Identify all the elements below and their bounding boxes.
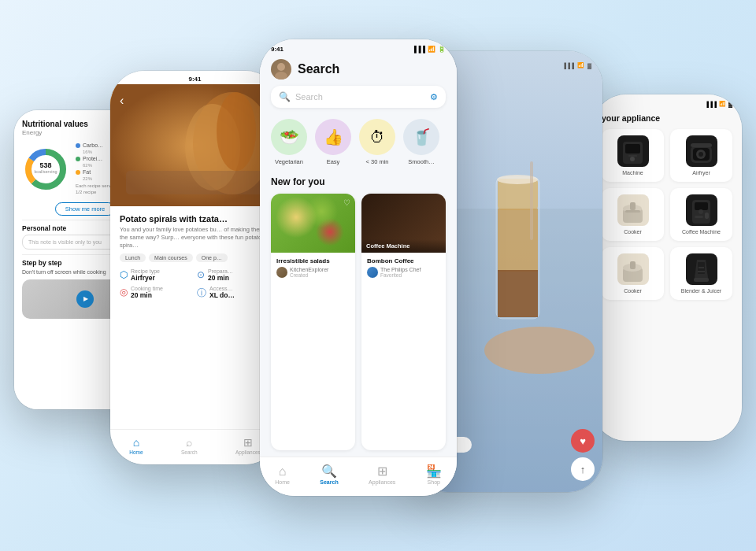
cooker-label: Cooker — [624, 229, 642, 235]
recipe-type-value: Airfryer — [131, 274, 160, 282]
access-label: Access… — [209, 286, 235, 291]
status-icons: ▐▐▐ 📶 🔋 — [412, 46, 446, 53]
status-bar: 9:41 — [110, 71, 280, 84]
home-label: Home — [275, 479, 290, 485]
status-bar: 9:41 ▐▐▐ 📶 🔋 — [260, 39, 457, 56]
category-30min[interactable]: ⏱ < 30 min — [359, 119, 395, 165]
machine-label: Machine — [622, 170, 643, 176]
status-bar: ▐▐▐ 📶 ▓ — [592, 94, 742, 109]
battery-icon: 🔋 — [438, 46, 446, 53]
svg-rect-31 — [691, 143, 712, 147]
search-label: Search — [181, 449, 198, 455]
svg-rect-20 — [498, 270, 538, 317]
appliance-cooker-2[interactable]: Cooker — [602, 247, 664, 300]
svg-point-12 — [277, 63, 285, 71]
nav-home[interactable]: ⌂ Home — [129, 436, 143, 455]
coffee-image: Coffee Machine — [361, 194, 446, 253]
salads-heart-icon[interactable]: ♡ — [343, 198, 350, 207]
appliance-airfryer[interactable]: Airfryer — [670, 129, 732, 182]
search-icon: 🔍 — [279, 91, 291, 102]
share-button[interactable]: ↑ — [571, 457, 595, 481]
tag-main-courses[interactable]: Main courses — [149, 253, 193, 262]
heart-button[interactable]: ♥ — [571, 429, 595, 453]
bottom-navigation: ⌂ Home 🔍 Search ⊞ Appliances 🏪 Shop — [260, 457, 457, 496]
category-smoothie[interactable]: 🥤 Smooth… — [403, 119, 439, 165]
nav-appliances[interactable]: ⊞ Appliances — [235, 436, 261, 455]
nav-search[interactable]: ⌕ Search — [181, 436, 198, 455]
recipe-card-coffee[interactable]: Coffee Machine Bombon Coffee The Philips… — [361, 194, 446, 450]
appliance-blender[interactable]: Blender & Juicer — [670, 247, 732, 300]
shop-icon: 🏪 — [426, 464, 442, 479]
category-vegetarian[interactable]: 🥗 Vegetarian — [271, 119, 307, 165]
appliance-machine[interactable]: Machine — [602, 129, 664, 182]
cooking-time-icon: ◎ — [120, 287, 128, 298]
category-easy[interactable]: 👍 Easy — [315, 119, 351, 165]
svg-text:538: 538 — [39, 161, 51, 169]
recipes-grid: ♡ Irresistible salads KitchenExplorer Cr… — [260, 194, 457, 450]
svg-rect-40 — [705, 213, 709, 219]
cooking-label: Cooking time — [131, 286, 163, 291]
author-name: KitchenExplorer — [290, 267, 328, 272]
svg-rect-26 — [628, 155, 637, 157]
easy-icon: 👍 — [315, 119, 351, 155]
recipe-content: Potato spirals with tzata… You and your … — [110, 206, 280, 429]
svg-point-25 — [630, 157, 635, 161]
svg-text:kcal/serving: kcal/serving — [34, 169, 57, 174]
smoothie-icon: 🥤 — [403, 119, 439, 155]
machine-image — [617, 135, 649, 167]
recipe-card-salads[interactable]: ♡ Irresistible salads KitchenExplorer Cr… — [271, 194, 355, 450]
cooking-value: 20 min — [131, 291, 163, 299]
phone-appliances: ▐▐▐ 📶 ▓ your appliance — [592, 94, 742, 441]
tag-lunch[interactable]: Lunch — [120, 253, 146, 262]
recipe-tags: Lunch Main courses One p… — [120, 253, 270, 262]
svg-rect-34 — [625, 210, 640, 213]
carbs-label: Carbo… — [83, 142, 103, 148]
home-label: Home — [129, 449, 143, 455]
signal-icon: ▐▐▐ — [705, 102, 717, 107]
cooker-image — [617, 194, 649, 226]
status-time: 9:41 — [271, 46, 284, 53]
show-more-button[interactable]: Show me more — [55, 202, 115, 216]
salads-title: Irresistible salads — [276, 257, 350, 264]
airfryer-image — [686, 135, 717, 167]
signal-icon: ▐▐▐ — [412, 46, 425, 53]
prep-label: Prepara… — [208, 268, 233, 274]
svg-text:potato: potato — [187, 190, 202, 196]
svg-point-9 — [217, 92, 256, 171]
recipe-image: potato — [110, 84, 280, 206]
appliances-row-1: Machine Airfryer — [602, 129, 732, 182]
philips-avatar — [367, 267, 378, 278]
shop-label: Shop — [428, 479, 440, 485]
svg-rect-24 — [625, 144, 640, 153]
svg-point-30 — [699, 152, 703, 157]
search-bar[interactable]: 🔍 Search ⚙ — [271, 86, 446, 108]
tag-one-pot[interactable]: One p… — [196, 253, 228, 262]
user-avatar[interactable] — [271, 59, 291, 80]
nav-appliances[interactable]: ⊞ Appliances — [369, 464, 395, 485]
philips-tag: Favorited — [380, 272, 421, 278]
fat-label: Fat — [83, 169, 91, 175]
appliance-cooker[interactable]: Cooker — [602, 188, 664, 241]
coffee-machine-image — [686, 194, 717, 226]
appliances-row-2: Cooker Coffee Machine — [602, 188, 732, 241]
home-icon: ⌂ — [133, 436, 139, 449]
filter-icon[interactable]: ⚙ — [430, 92, 438, 102]
recipe-type-label: Recipe type — [131, 268, 160, 274]
vegetarian-label: Vegetarian — [275, 158, 303, 165]
appliances-row-3: Cooker Blender & Juicer — [602, 247, 732, 300]
smoothie-label: Smooth… — [408, 158, 434, 165]
play-button[interactable] — [76, 290, 94, 308]
action-buttons: ♥ ↑ — [571, 429, 595, 481]
home-icon: ⌂ — [279, 464, 287, 479]
appliances-icon: ⊞ — [243, 436, 253, 449]
search-input[interactable]: Search — [295, 92, 430, 102]
protein-label: Protei… — [83, 156, 102, 161]
back-button[interactable]: ‹ — [120, 94, 124, 108]
search-nav-icon: 🔍 — [321, 464, 337, 479]
nav-shop[interactable]: 🏪 Shop — [426, 464, 442, 485]
recipe-hero: potato ‹ ♡ — [110, 84, 280, 206]
nav-home[interactable]: ⌂ Home — [275, 464, 290, 485]
svg-rect-37 — [695, 202, 708, 210]
appliance-coffee-machine[interactable]: Coffee Machine — [670, 188, 732, 241]
nav-search[interactable]: 🔍 Search — [320, 464, 338, 485]
